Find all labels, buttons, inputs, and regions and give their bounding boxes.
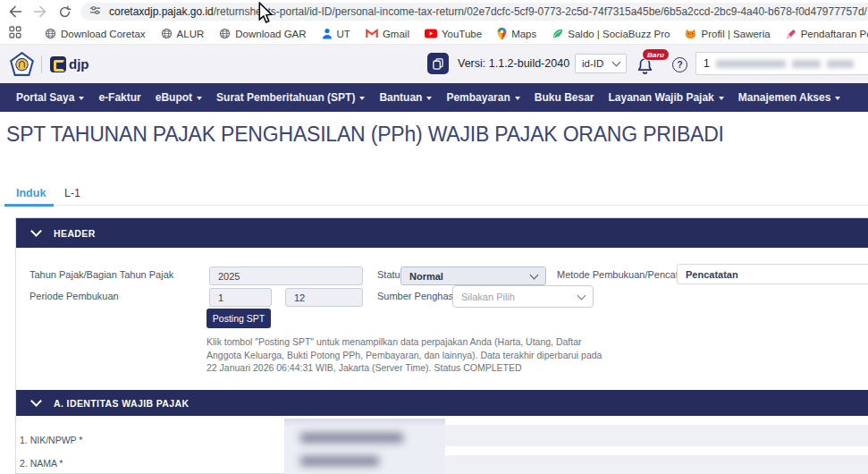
- nav-e-faktur[interactable]: e-Faktur: [98, 91, 140, 104]
- bookmark-pendaftaran[interactable]: Pendaftaran Pendiri...: [786, 29, 868, 39]
- nav-manajemen-akses[interactable]: Manajemen Akses: [738, 91, 841, 104]
- djp-logo-mark: [54, 60, 65, 72]
- globe-icon: [219, 28, 231, 39]
- site-info-icon[interactable]: [89, 4, 101, 20]
- status-select[interactable]: Normal: [400, 267, 546, 285]
- document-copy-icon[interactable]: [427, 53, 449, 74]
- chevron-down-icon: [515, 97, 520, 100]
- apps-grid-icon[interactable]: [9, 26, 21, 42]
- maps-pin-icon: [497, 28, 507, 40]
- nav-surat-pemberitahuan[interactable]: Surat Pemberitahuan (SPT): [216, 91, 365, 104]
- chevron-down-icon: [577, 291, 586, 300]
- tab-induk[interactable]: Induk: [16, 187, 46, 199]
- nav-ebupot[interactable]: eBupot: [156, 91, 202, 104]
- app-header: djp Versi: 1.1.2-build-2040 id-ID Baru ?…: [0, 45, 868, 83]
- posting-note: Klik tombol "Posting SPT" untuk menampil…: [206, 335, 602, 375]
- tab-bar: Induk L-1: [0, 181, 868, 206]
- bookmark-alur[interactable]: ALUR: [161, 28, 205, 39]
- nav-layanan-wajib-pajak[interactable]: Layanan Wajib Pajak: [609, 91, 724, 104]
- redacted-text: [300, 456, 379, 466]
- tahun-pajak-input[interactable]: 2025: [209, 267, 363, 285]
- chevron-down-icon: [197, 97, 202, 100]
- reload-icon[interactable]: [56, 4, 72, 20]
- chevron-down-icon: [30, 395, 42, 407]
- redacted-values-overlay: [284, 419, 445, 474]
- active-tab-indicator: [4, 204, 54, 207]
- section-identitas-bar[interactable]: A. IDENTITAS WAJIB PAJAK: [16, 390, 868, 416]
- nik-npwp-input[interactable]: [445, 425, 868, 446]
- bookmark-youtube[interactable]: YouTube: [425, 29, 482, 39]
- url-bar[interactable]: coretaxdjp.pajak.go.id/returnsheets-port…: [80, 3, 868, 21]
- chevron-down-icon: [30, 225, 42, 237]
- back-icon[interactable]: [7, 4, 23, 20]
- periode-to-input[interactable]: 12: [285, 288, 363, 307]
- forward-icon[interactable]: [32, 4, 48, 20]
- periode-from-input[interactable]: 1: [209, 288, 272, 307]
- fox-icon: [685, 29, 696, 39]
- tab-l-1[interactable]: L-1: [64, 187, 80, 199]
- language-select[interactable]: id-ID: [575, 54, 627, 73]
- form-panel: HEADER Tahun Pajak/Bagian Tahun Pajak 20…: [15, 217, 868, 474]
- kemenkeu-logo: [10, 52, 34, 80]
- chevron-down-icon: [719, 97, 724, 100]
- chevron-down-icon: [835, 97, 840, 100]
- version-text: Versi: 1.1.2-build-2040: [458, 57, 569, 70]
- djp-logo-text: djp: [69, 56, 89, 72]
- youtube-icon: [425, 29, 437, 38]
- user-account-box[interactable]: 1: [695, 52, 868, 75]
- chevron-down-icon: [426, 97, 432, 100]
- posting-spt-button[interactable]: Posting SPT: [206, 309, 271, 328]
- section-header-bar[interactable]: HEADER: [16, 218, 868, 248]
- chevron-down-icon: [79, 97, 84, 100]
- bookmarks-bar: Download Coretax ALUR Download GAR UT Gm…: [0, 23, 868, 45]
- page-title: SPT TAHUNAN PAJAK PENGHASILAN (PPh) WAJI…: [6, 123, 724, 147]
- browser-window: coretaxdjp.pajak.go.id/returnsheets-port…: [0, 0, 868, 474]
- main-navigation: Portal Saya e-Faktur eBupot Surat Pember…: [0, 83, 868, 112]
- metode-input[interactable]: Pencatatan: [677, 264, 868, 284]
- new-badge: Baru: [642, 48, 670, 61]
- redacted-text: [716, 60, 786, 68]
- nav-pembayaran[interactable]: Pembayaran: [446, 91, 519, 104]
- bookmark-ut[interactable]: UT: [322, 28, 350, 39]
- bookmark-gmail[interactable]: Gmail: [366, 29, 409, 39]
- pencil-icon: [786, 29, 796, 39]
- nav-bantuan[interactable]: Bantuan: [379, 91, 432, 104]
- globe-icon: [45, 28, 56, 39]
- redacted-text: [792, 60, 821, 68]
- nav-portal-saya[interactable]: Portal Saya: [16, 91, 84, 104]
- bookmark-download-gar[interactable]: Download GAR: [219, 28, 306, 39]
- globe-icon: [161, 28, 173, 39]
- notifications-bell[interactable]: Baru: [636, 56, 656, 78]
- periode-label: Periode Pembukuan: [29, 291, 119, 301]
- nik-npwp-label: 1. NIK/NPWP *: [20, 435, 82, 445]
- nama-input[interactable]: [445, 455, 868, 474]
- url-text: coretaxdjp.pajak.go.id/returnsheets-port…: [109, 5, 867, 18]
- gmail-icon: [366, 29, 378, 38]
- djp-logo[interactable]: [50, 56, 66, 72]
- bookmark-download-coretax[interactable]: Download Coretax: [45, 28, 146, 39]
- leaf-icon: [552, 28, 563, 39]
- chevron-down-icon: [530, 270, 539, 279]
- tahun-pajak-label: Tahun Pajak/Bagian Tahun Pajak: [29, 269, 173, 280]
- chevron-down-icon: [359, 97, 365, 100]
- address-bar: coretaxdjp.pajak.go.id/returnsheets-port…: [0, 0, 868, 23]
- bookmark-maps[interactable]: Maps: [497, 28, 536, 40]
- help-icon[interactable]: ?: [672, 57, 687, 72]
- nav-buku-besar[interactable]: Buku Besar: [535, 91, 594, 104]
- redacted-text: [300, 433, 403, 443]
- redacted-text: [827, 60, 854, 68]
- nama-label: 2. NAMA *: [20, 458, 63, 469]
- bookmark-sociabuzz[interactable]: Saldo | SociaBuzz Pro: [552, 28, 670, 39]
- sumber-select[interactable]: Silakan Pilih: [452, 285, 594, 308]
- person-icon: [322, 28, 333, 39]
- chevron-down-icon: [612, 58, 621, 67]
- bookmark-saweria[interactable]: Profil | Saweria: [685, 29, 770, 39]
- divider: [41, 55, 42, 73]
